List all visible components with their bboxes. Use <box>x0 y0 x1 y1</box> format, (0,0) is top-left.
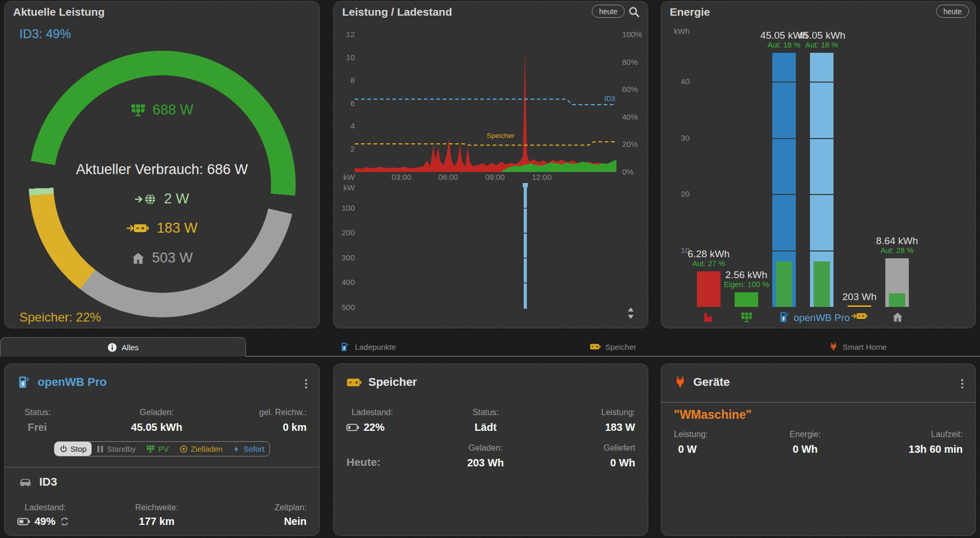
self-consumption-bar <box>889 293 905 307</box>
tab-smart-home[interactable]: Smart Home <box>735 337 980 356</box>
bar-value-label: 6.28 kWh <box>670 248 748 260</box>
storage-header: Speicher <box>346 375 417 389</box>
y-axis-unit: kWh <box>669 27 690 36</box>
tab-ladepunkte[interactable]: Ladepunkte <box>246 337 491 356</box>
device-labels: Leistung: Energie: Laufzeit: <box>661 430 975 439</box>
field-label: Zeitplan: <box>218 503 307 512</box>
chargepoint-icon <box>17 375 31 389</box>
energy-chart-card: Energie heute kWh403020106.28 kWhAut: 27… <box>661 1 976 328</box>
svg-text:12: 12 <box>346 30 355 39</box>
bar-value-label: 8.64 kWh <box>858 235 937 247</box>
storage-card: Speicher Ladestand: Status: Leistung: 22… <box>333 363 648 536</box>
storage-delivered-today: 0 Wh <box>546 457 635 469</box>
svg-text:09:00: 09:00 <box>485 173 505 181</box>
storage-values-row1: 22% Lädt 183 W <box>334 421 648 433</box>
device-name: "WMaschine" <box>674 408 751 422</box>
y-axis-tick: 30 <box>669 133 690 142</box>
svg-text:06:00: 06:00 <box>438 173 458 181</box>
field-label: Leistung: <box>674 430 761 439</box>
mode-zielladen-button[interactable]: Zielladen <box>174 442 228 456</box>
tab-speicher[interactable]: Speicher <box>491 337 736 356</box>
svg-text:03:00: 03:00 <box>392 173 412 181</box>
battery-icon <box>346 377 362 388</box>
vehicle-title: ID3 <box>39 475 57 489</box>
kebab-menu-icon[interactable] <box>960 377 965 390</box>
y-axis-tick: 20 <box>669 189 690 198</box>
mode-label: PV <box>158 444 168 453</box>
battery-power-row: 183 W <box>5 220 319 236</box>
tab-alles[interactable]: Alles <box>0 337 246 357</box>
tab-label: Speicher <box>605 342 636 351</box>
mode-sofort-button[interactable]: Sofort <box>228 442 269 456</box>
header-divider <box>661 402 975 403</box>
solar-icon <box>735 311 759 324</box>
bar-segment-line <box>772 194 796 195</box>
solar-panel-icon <box>146 444 155 453</box>
kebab-menu-icon[interactable] <box>303 377 309 390</box>
svg-text:200: 200 <box>342 228 355 237</box>
bolt-icon <box>233 445 240 453</box>
svg-text:100: 100 <box>342 203 355 212</box>
bar-segment-line <box>772 82 796 83</box>
field-label: Leistung: <box>546 408 635 417</box>
storage-values-row2: 203 Wh 0 Wh <box>334 457 648 469</box>
field-label: Geladen: <box>96 408 218 417</box>
svg-text:6: 6 <box>351 99 355 108</box>
storage-soc-value: 22% <box>364 421 385 433</box>
svg-text:100%: 100% <box>622 30 642 39</box>
svg-text:8: 8 <box>351 76 355 85</box>
battery-charge-icon <box>126 222 150 235</box>
house-icon <box>131 251 145 266</box>
power-gauge <box>29 51 296 317</box>
vehicle-header: ID3 <box>18 475 57 489</box>
devices-header: Geräte <box>674 375 730 389</box>
svg-text:300: 300 <box>342 253 355 262</box>
updown-arrows-icon[interactable] <box>627 307 635 319</box>
house-power-value: 503 W <box>152 250 193 266</box>
energy-bar-hausverbrauch <box>885 258 909 307</box>
mode-label: Stop <box>71 444 87 453</box>
battery-icon <box>590 342 601 351</box>
vehicle-labels: Ladestand: Reichweite: Zeitplan: <box>5 503 319 512</box>
pv-power-row: 688 W <box>5 102 319 118</box>
refresh-icon[interactable] <box>60 517 70 526</box>
svg-text:10: 10 <box>346 53 355 62</box>
chargepoint-icon <box>340 342 350 352</box>
mode-pv-button[interactable]: PV <box>141 442 174 456</box>
storage-status-value: Lädt <box>425 421 546 433</box>
solar-panel-icon <box>130 102 146 118</box>
field-label: Reichweite: <box>96 503 218 512</box>
storage-power-value: 183 W <box>546 421 635 433</box>
grid-power-row: 2 W <box>5 191 319 207</box>
chargepoint-header: openWB Pro <box>17 375 107 389</box>
svg-text:Speicher: Speicher <box>487 132 515 140</box>
mode-stop-button[interactable]: Stop <box>54 442 92 456</box>
device-energy-value: 0 Wh <box>761 443 849 455</box>
chargepoint-values: Frei 45.05 kWh 0 km <box>5 421 319 433</box>
svg-text:kW: kW <box>343 183 355 192</box>
field-label: Status: <box>17 408 96 417</box>
bar-segment-line <box>810 250 833 251</box>
battery-power-value: 183 W <box>156 220 197 236</box>
factory-icon <box>697 311 721 323</box>
svg-text:500: 500 <box>342 303 355 312</box>
energy-bar-openwb-pro <box>810 53 833 307</box>
consumption-value: Aktueller Verbrauch: 686 W <box>76 162 248 178</box>
pause-icon <box>97 445 104 453</box>
charge-mode-group: Stop Standby PV Zielladen Sofort <box>5 441 319 456</box>
mode-standby-button[interactable]: Standby <box>92 442 141 456</box>
svg-text:ID3: ID3 <box>604 95 615 102</box>
energy-bar-speicher-geladen <box>848 305 871 307</box>
tab-label: Ladepunkte <box>355 342 396 351</box>
svg-text:2: 2 <box>351 144 355 153</box>
openwb-dashboard: Aktuelle Leistung ID3: 49% 688 W Aktuell… <box>0 0 980 538</box>
svg-text:20%: 20% <box>622 140 638 148</box>
device-values: 0 W 0 Wh 13h 60 min <box>661 443 975 455</box>
power-icon <box>60 445 67 453</box>
tab-label: Alles <box>122 343 139 352</box>
tab-label: Smart Home <box>843 342 887 351</box>
svg-text:40%: 40% <box>622 112 638 121</box>
storage-labels-row1: Ladestand: Status: Leistung: <box>334 408 648 417</box>
energy-bar-ladepunkte <box>772 53 796 307</box>
storage-charged-today: 203 Wh <box>425 457 546 469</box>
